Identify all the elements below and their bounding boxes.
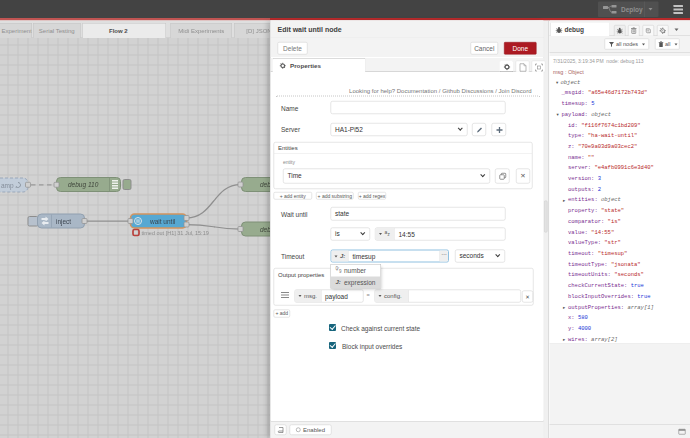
svg-text:amp: amp — [1, 182, 14, 190]
svg-text:timed out [H1] 31 Jul, 15:19: timed out [H1] 31 Jul, 15:19 — [142, 230, 209, 236]
svg-text:debug 110: debug 110 — [68, 181, 99, 189]
svg-text:wait until: wait until — [149, 218, 176, 225]
svg-text:inject: inject — [56, 218, 71, 226]
